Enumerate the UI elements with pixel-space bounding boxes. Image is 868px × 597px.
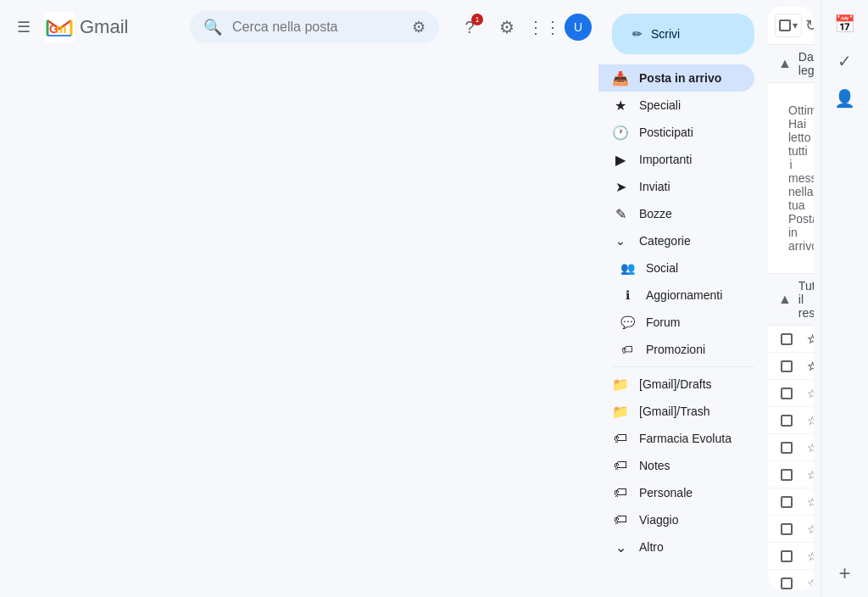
row-star-5[interactable] xyxy=(802,468,814,482)
social-label: Social xyxy=(646,261,678,275)
refresh-button[interactable]: ↻ xyxy=(805,10,814,41)
categories-label: Categorie xyxy=(639,234,691,248)
row-checkbox-5[interactable] xyxy=(775,469,798,481)
add-panel-button[interactable]: + xyxy=(828,556,862,590)
sidebar-item-inbox[interactable]: 📥 Posta in arrivo xyxy=(598,64,754,92)
row-star-0[interactable] xyxy=(802,332,814,346)
sidebar-item-gmail-trash[interactable]: 📁 [Gmail]/Trash xyxy=(598,398,754,425)
row-checkbox-6[interactable] xyxy=(775,496,798,508)
sidebar-item-social[interactable]: 👥 Social xyxy=(612,254,754,282)
compose-icon: ✏ xyxy=(632,27,643,41)
tutto-il-resto-toggle[interactable]: ▲ xyxy=(778,292,792,307)
gmail-drafts-label: [Gmail]/Drafts xyxy=(639,377,712,391)
email-row[interactable]: Apple La tua ricevuta da Apple – Acquist… xyxy=(768,570,814,590)
inbox-icon: 📥 xyxy=(612,70,629,86)
svg-text:m: m xyxy=(56,22,66,36)
sidebar-item-promos[interactable]: 🏷 Promozioni xyxy=(612,336,754,363)
apps-button[interactable]: ⋮⋮ xyxy=(527,10,561,44)
sidebar-item-notes[interactable]: 🏷 Notes xyxy=(598,452,754,479)
menu-button[interactable]: ☰ xyxy=(7,10,41,44)
personale-icon: 🏷 xyxy=(612,485,629,500)
email-row[interactable]: Booking.com Recensisci il tuo soggiorno … xyxy=(768,461,814,488)
search-tune-icon[interactable]: ⚙ xyxy=(412,18,426,36)
logo-area: ☰ G m Gmail xyxy=(7,10,176,44)
help-button[interactable]: ? 1 xyxy=(453,10,487,44)
altro-label: Altro xyxy=(639,540,664,554)
search-input[interactable] xyxy=(232,20,402,35)
sidebar-item-altro[interactable]: ⌄ Altro xyxy=(598,533,754,561)
da-leggere-title: Da leggere xyxy=(798,50,814,77)
row-checkbox-2[interactable] xyxy=(775,388,798,399)
row-star-9[interactable] xyxy=(802,577,814,590)
row-checkbox-9[interactable] xyxy=(775,577,798,589)
gmail-trash-icon: 📁 xyxy=(612,404,629,420)
row-checkbox-7[interactable] xyxy=(775,523,798,535)
altro-icon: ⌄ xyxy=(612,539,629,555)
farmacia-icon: 🏷 xyxy=(612,431,629,446)
sidebar-item-gmail-drafts[interactable]: 📁 [Gmail]/Drafts xyxy=(598,371,754,398)
email-row[interactable]: LinkedIn 5 nuovi contatti questa settima… xyxy=(768,434,814,461)
email-row[interactable]: MyHeritage Hai 3 nuove corrispondenze DN… xyxy=(768,353,814,380)
email-toolbar: ▾ ↻ ⋮ ≡ ⊞ xyxy=(768,7,814,45)
notes-icon: 🏷 xyxy=(612,458,629,473)
avatar[interactable]: U xyxy=(565,14,592,41)
row-checkbox-4[interactable] xyxy=(775,442,798,454)
promos-icon: 🏷 xyxy=(619,343,636,356)
search-bar[interactable]: 🔍 ⚙ xyxy=(190,11,439,43)
sidebar-item-important[interactable]: ▶ Importanti xyxy=(598,146,754,173)
email-row[interactable]: Google Pay Riepilogo transazioni luglio … xyxy=(768,488,814,516)
row-star-1[interactable] xyxy=(802,360,814,373)
compose-label: Scrivi xyxy=(651,27,680,41)
categories-section[interactable]: ⌄ Categorie xyxy=(598,227,768,254)
tasks-button[interactable]: ✓ xyxy=(828,44,862,78)
row-checkbox-0[interactable] xyxy=(775,333,798,345)
contacts-button[interactable]: 👤 xyxy=(828,81,862,115)
drafts-label: Bozze xyxy=(639,207,672,220)
tutto-il-resto-section-header: ▲ Tutto il resto 1 – 50 di 39.063 ⋮ xyxy=(768,274,814,326)
search-icon: 🔍 xyxy=(203,18,222,36)
gmail-text: Gmail xyxy=(80,16,128,38)
sidebar-item-viaggio[interactable]: 🏷 Viaggio xyxy=(598,506,754,533)
row-star-4[interactable] xyxy=(802,441,814,455)
sidebar-item-farmacia[interactable]: 🏷 Farmacia Evoluta xyxy=(598,425,754,452)
row-star-6[interactable] xyxy=(802,495,814,509)
select-dropdown-icon[interactable]: ▾ xyxy=(793,20,798,31)
header-row: ☰ G m Gmail 🔍 ⚙ ? 1 ⚙ ⋮⋮ U xyxy=(0,0,598,54)
tutto-il-resto-title: Tutto il resto xyxy=(798,279,814,320)
sidebar-item-personale[interactable]: 🏷 Personale xyxy=(598,479,754,506)
updates-icon: ℹ xyxy=(619,288,636,302)
inbox-label: Posta in arrivo xyxy=(639,71,721,85)
sidebar-item-updates[interactable]: ℹ Aggiornamenti xyxy=(612,282,754,309)
select-all-checkbox[interactable] xyxy=(779,20,791,31)
sidebar: ✏ Scrivi 📥 Posta in arrivo ★ Speciali 🕐 … xyxy=(598,0,768,597)
sent-label: Inviati xyxy=(639,180,670,193)
important-icon: ▶ xyxy=(612,152,629,168)
compose-button[interactable]: ✏ Scrivi xyxy=(612,14,754,54)
email-row[interactable]: Vistaprint.it notizie... Crea qualcosa d… xyxy=(768,326,814,353)
row-checkbox-1[interactable] xyxy=(775,360,798,372)
drafts-icon: ✎ xyxy=(612,206,629,222)
email-row[interactable]: Spotify Le tue canzoni preferite – Nuova… xyxy=(768,543,814,570)
email-row[interactable]: Amazon.it ordine Il tuo ordine è stato s… xyxy=(768,407,814,434)
row-checkbox-3[interactable] xyxy=(775,415,798,427)
da-leggere-toggle[interactable]: ▲ xyxy=(778,56,792,71)
sidebar-item-sent[interactable]: ➤ Inviati xyxy=(598,173,754,200)
sidebar-item-starred[interactable]: ★ Speciali xyxy=(598,92,754,119)
row-star-8[interactable] xyxy=(802,550,814,563)
row-star-7[interactable] xyxy=(802,522,814,536)
email-row[interactable]: Dropbox File condiviso con te – Mario Ro… xyxy=(768,516,814,543)
gmail-trash-label: [Gmail]/Trash xyxy=(639,405,710,418)
row-star-2[interactable] xyxy=(802,387,814,400)
email-row[interactable]: Trenitalia.com La tua prenotazione – Det… xyxy=(768,380,814,407)
settings-button[interactable]: ⚙ xyxy=(490,10,524,44)
select-all-button[interactable]: ▾ xyxy=(775,14,802,37)
row-checkbox-8[interactable] xyxy=(775,550,798,562)
sidebar-item-drafts[interactable]: ✎ Bozze xyxy=(598,200,754,227)
starred-label: Speciali xyxy=(639,98,681,112)
snoozed-label: Posticipati xyxy=(639,126,693,139)
sidebar-item-snoozed[interactable]: 🕐 Posticipati xyxy=(598,119,754,146)
calendar-button[interactable]: 📅 xyxy=(828,7,862,41)
sidebar-item-forums[interactable]: 💬 Forum xyxy=(612,309,754,336)
notes-label: Notes xyxy=(639,459,670,472)
row-star-3[interactable] xyxy=(802,414,814,427)
